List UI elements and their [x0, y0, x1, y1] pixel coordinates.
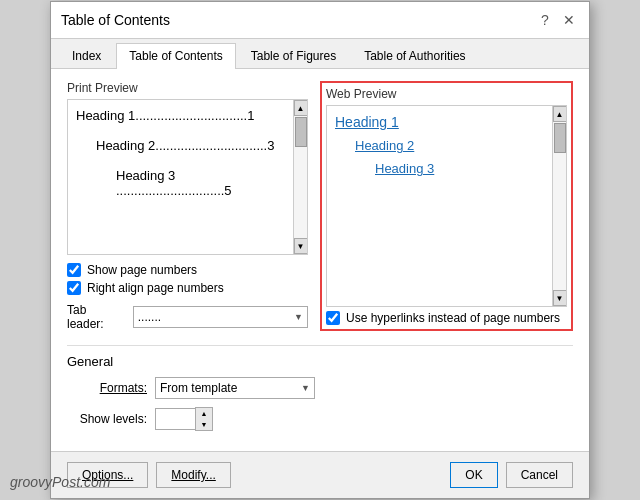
- show-levels-input[interactable]: 3: [155, 408, 195, 430]
- show-levels-label: Show levels:: [67, 412, 147, 426]
- tab-figures[interactable]: Table of Figures: [238, 43, 349, 68]
- spinner-buttons: ▲ ▼: [195, 407, 213, 431]
- tab-leader-value: .......: [138, 310, 161, 324]
- general-label: General: [67, 354, 573, 369]
- show-page-numbers-label: Show page numbers: [87, 263, 197, 277]
- print-preview-column: Print Preview Heading 1.................…: [67, 81, 308, 331]
- tab-leader-row: Tab leader: ....... ▼: [67, 303, 308, 331]
- formats-arrow: ▼: [301, 383, 310, 393]
- web-preview-label: Web Preview: [326, 87, 567, 101]
- web-preview-scrollbar[interactable]: ▲ ▼: [552, 106, 566, 306]
- print-h1: Heading 1...............................…: [76, 108, 285, 123]
- print-preview-content: Heading 1...............................…: [68, 100, 293, 254]
- right-align-row[interactable]: Right align page numbers: [67, 281, 308, 295]
- right-align-checkbox[interactable]: [67, 281, 81, 295]
- print-h2: Heading 2...............................…: [76, 138, 285, 153]
- print-preview-label: Print Preview: [67, 81, 308, 95]
- right-align-label: Right align page numbers: [87, 281, 224, 295]
- tab-leader-arrow: ▼: [294, 312, 303, 322]
- formats-label: Formats:: [67, 381, 147, 395]
- show-levels-spinner[interactable]: 3 ▲ ▼: [155, 407, 213, 431]
- scroll-thumb[interactable]: [295, 117, 307, 147]
- dialog-body: Print Preview Heading 1.................…: [51, 69, 589, 451]
- show-page-numbers-row[interactable]: Show page numbers: [67, 263, 308, 277]
- tab-toc[interactable]: Table of Contents: [116, 43, 235, 69]
- show-page-numbers-checkbox[interactable]: [67, 263, 81, 277]
- web-preview-content: Heading 1 Heading 2 Heading 3: [327, 106, 552, 306]
- tab-authorities[interactable]: Table of Authorities: [351, 43, 478, 68]
- web-scroll-up-btn[interactable]: ▲: [553, 106, 567, 122]
- web-h1[interactable]: Heading 1: [335, 114, 544, 130]
- tab-bar: Index Table of Contents Table of Figures…: [51, 39, 589, 69]
- modify-button[interactable]: Modify...: [156, 462, 230, 488]
- use-hyperlinks-row[interactable]: Use hyperlinks instead of page numbers: [326, 311, 567, 325]
- web-scroll-thumb[interactable]: [554, 123, 566, 153]
- web-preview-box: Heading 1 Heading 2 Heading 3 ▲: [326, 105, 567, 307]
- tab-leader-dropdown[interactable]: ....... ▼: [133, 306, 308, 328]
- web-h3[interactable]: Heading 3: [335, 161, 544, 176]
- formats-dropdown[interactable]: From template ▼: [155, 377, 315, 399]
- close-button[interactable]: ✕: [559, 10, 579, 30]
- print-h3: Heading 3 ..............................…: [76, 168, 285, 198]
- cancel-button[interactable]: Cancel: [506, 462, 573, 488]
- use-hyperlinks-label: Use hyperlinks instead of page numbers: [346, 311, 560, 325]
- spin-up-btn[interactable]: ▲: [196, 408, 212, 419]
- scroll-up-btn[interactable]: ▲: [294, 100, 308, 116]
- ok-button[interactable]: OK: [450, 462, 497, 488]
- show-levels-row: Show levels: 3 ▲ ▼: [67, 407, 573, 431]
- dialog-title: Table of Contents: [61, 12, 170, 28]
- web-scroll-down-btn[interactable]: ▼: [553, 290, 567, 306]
- tab-leader-label: Tab leader:: [67, 303, 125, 331]
- web-preview-column: Web Preview Heading 1 Heading 2 Heading …: [320, 81, 573, 331]
- web-options: Use hyperlinks instead of page numbers: [326, 311, 567, 325]
- scroll-down-btn[interactable]: ▼: [294, 238, 308, 254]
- dialog: Table of Contents ? ✕ Index Table of Con…: [50, 1, 590, 499]
- tab-index[interactable]: Index: [59, 43, 114, 68]
- dialog-footer: Options... Modify... OK Cancel: [51, 451, 589, 498]
- web-h2[interactable]: Heading 2: [335, 138, 544, 153]
- formats-row: Formats: From template ▼: [67, 377, 573, 399]
- print-options: Show page numbers Right align page numbe…: [67, 263, 308, 331]
- print-preview-box: Heading 1...............................…: [67, 99, 308, 255]
- use-hyperlinks-checkbox[interactable]: [326, 311, 340, 325]
- general-section: General Formats: From template ▼ Show le…: [67, 345, 573, 431]
- spin-down-btn[interactable]: ▼: [196, 419, 212, 430]
- help-button[interactable]: ?: [535, 10, 555, 30]
- formats-value: From template: [160, 381, 237, 395]
- watermark: groovyPost.com: [10, 474, 110, 490]
- print-preview-scrollbar[interactable]: ▲ ▼: [293, 100, 307, 254]
- footer-left-buttons: Options... Modify...: [67, 462, 442, 488]
- title-bar: Table of Contents ? ✕: [51, 2, 589, 39]
